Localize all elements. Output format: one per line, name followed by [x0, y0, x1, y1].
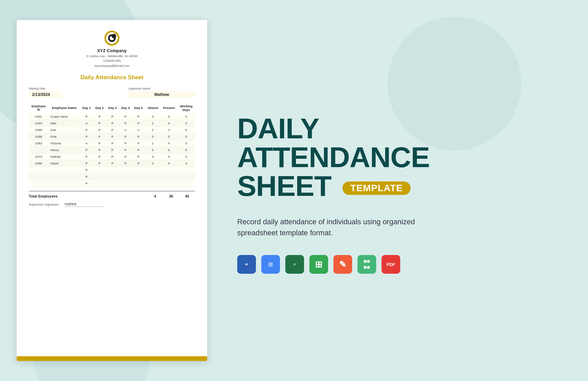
supervisor-field: Supervisor Name Mathew	[128, 87, 195, 98]
company-name: XYZ Company	[29, 48, 195, 53]
col-header-id: EmployeeID	[29, 103, 48, 113]
starting-date-label: Starting Date	[29, 87, 62, 90]
col-header-d4: Day 4	[119, 103, 132, 113]
col-header-d1: Day 1	[80, 103, 93, 113]
company-logo-icon	[104, 30, 120, 46]
p-only-row: P	[29, 166, 195, 173]
footer-bar	[17, 356, 207, 361]
totals-values: 4 36 40	[147, 194, 195, 198]
app-icon-sheets[interactable]: ⊞	[309, 255, 328, 274]
app-icon-pages[interactable]: ✎	[333, 255, 352, 274]
table-row: 1001Grape HarryPPPPP055	[29, 113, 195, 120]
svg-point-2	[112, 34, 116, 38]
pages-label: ✎	[339, 259, 346, 270]
totals-section: Total Employees 4 36 40	[29, 191, 195, 198]
starting-date-field: Starting Date 2/13/2024	[29, 87, 62, 98]
app-icon-numbers[interactable]: ■■■■	[357, 255, 376, 274]
table-row: 1058EviePPPPP055	[29, 133, 195, 140]
table-row: 1069ZoePPPAA235	[29, 126, 195, 133]
app-icon-docs[interactable]: ≡	[261, 255, 280, 274]
table-row: 1086HazelPPPPP055	[29, 160, 195, 166]
col-header-absent: Absent	[145, 103, 161, 113]
title-line2: ATTENDANCE	[237, 143, 561, 171]
col-header-d5: Day 5	[132, 103, 145, 113]
template-badge: TEMPLATE	[342, 181, 411, 195]
word-label: W	[245, 263, 248, 266]
meta-row: Starting Date 2/13/2024 Supervisor Name …	[29, 87, 195, 98]
app-icon-word[interactable]: W	[237, 255, 256, 274]
attendance-table: EmployeeID Employee Name Day 1 Day 2 Day…	[29, 103, 195, 187]
table-row: HenryPPPPP055	[29, 146, 195, 153]
sheets-label: ⊞	[315, 259, 322, 270]
app-icons-row: W ≡ X ⊞ ✎ ■■■■ PDF	[237, 255, 561, 274]
pdf-label: PDF	[387, 262, 395, 267]
description: Record daily attendance of individuals u…	[237, 216, 444, 238]
total-working: 40	[179, 194, 195, 198]
app-icon-excel[interactable]: X	[285, 255, 304, 274]
title-line3: SHEET	[237, 170, 331, 202]
total-absent: 4	[147, 194, 163, 198]
company-address: 3 Cactus Ave., Noblesville, IN 46060 123…	[29, 54, 195, 68]
big-title: DAILY ATTENDANCE SHEET TEMPLATE	[237, 114, 561, 200]
excel-label: X	[294, 263, 296, 266]
table-row: 1023MaxAPPPP145	[29, 120, 195, 126]
starting-date-value: 2/13/2024	[29, 91, 62, 98]
p-only-row: P	[29, 180, 195, 186]
company-header: XYZ Company 3 Cactus Ave., Noblesville, …	[29, 30, 195, 68]
right-panel: DAILY ATTENDANCE SHEET TEMPLATE Record d…	[217, 0, 588, 381]
signature-row: Supervisor Signature: mathew	[29, 202, 195, 207]
total-present: 36	[163, 194, 179, 198]
title-line1: DAILY	[237, 114, 561, 143]
col-header-d3: Day 3	[106, 103, 119, 113]
docs-label: ≡	[268, 259, 273, 270]
col-header-present: Present	[161, 103, 177, 113]
signature-value: mathew	[64, 202, 105, 207]
col-header-working: WorkingDays	[177, 103, 195, 113]
supervisor-label: Supervisor Name	[128, 87, 195, 90]
sheet-title: Daily Attendance Sheet	[29, 74, 195, 81]
col-header-d2: Day 2	[93, 103, 106, 113]
table-row: 1063VictoriaAPPPP145	[29, 140, 195, 146]
document-panel: XYZ Company 3 Cactus Ave., Noblesville, …	[17, 20, 207, 361]
totals-label: Total Employees	[29, 194, 96, 198]
app-icon-pdf[interactable]: PDF	[382, 255, 400, 274]
title-line3-wrapper: SHEET TEMPLATE	[237, 171, 561, 200]
svg-point-0	[105, 31, 119, 45]
numbers-label: ■■■■	[363, 258, 370, 270]
supervisor-value: Mathew	[128, 91, 195, 98]
p-only-row: P	[29, 173, 195, 180]
col-header-name: Employee Name	[48, 103, 80, 113]
table-row: 1073NathanPPPPP055	[29, 153, 195, 160]
signature-label: Supervisor Signature:	[29, 203, 59, 206]
